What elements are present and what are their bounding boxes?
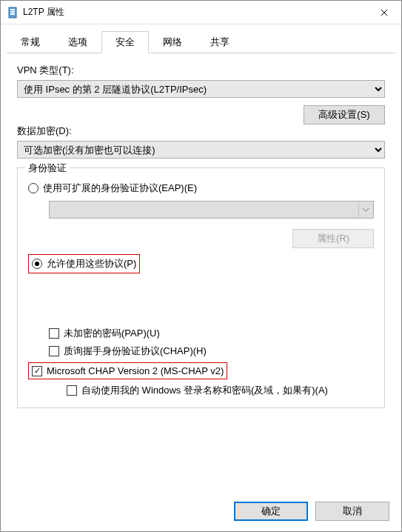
titlebar: L2TP 属性: [1, 1, 401, 24]
encryption-label: 数据加密(D):: [17, 124, 385, 138]
dialog-footer: 确定 取消: [1, 494, 401, 531]
vpn-type-field: VPN 类型(T): 使用 IPsec 的第 2 层隧道协议(L2TP/IPse…: [17, 64, 385, 98]
eap-subsection: 属性(R): [49, 201, 374, 248]
tab-security[interactable]: 安全: [101, 31, 149, 53]
eap-method-dropdown: [49, 201, 374, 219]
checkbox-icon: [67, 385, 77, 396]
checkbox-chap[interactable]: 质询握手身份验证协议(CHAP)(H): [49, 345, 374, 358]
encryption-dropdown[interactable]: 可选加密(没有加密也可以连接): [17, 141, 385, 159]
checkbox-icon: [32, 366, 42, 376]
ok-button[interactable]: 确定: [234, 502, 308, 521]
tab-network[interactable]: 网络: [149, 31, 196, 53]
tab-strip: 常规 选项 安全 网络 共享: [1, 24, 401, 53]
window-title: L2TP 属性: [23, 6, 64, 19]
cancel-button[interactable]: 取消: [315, 502, 389, 521]
close-button[interactable]: [367, 1, 401, 24]
checkbox-icon: [49, 328, 59, 339]
checkbox-icon: [49, 346, 59, 356]
vpn-type-label: VPN 类型(T):: [17, 64, 385, 77]
tab-panel-security: VPN 类型(T): 使用 IPsec 的第 2 层隧道协议(L2TP/IPse…: [1, 53, 401, 494]
checkbox-auto-logon[interactable]: 自动使用我的 Windows 登录名称和密码(及域，如果有)(A): [67, 384, 374, 397]
checkbox-mschap[interactable]: Microsoft CHAP Version 2 (MS-CHAP v2): [32, 365, 224, 376]
tab-options[interactable]: 选项: [54, 31, 101, 53]
svg-rect-2: [10, 11, 15, 13]
auth-legend: 身份验证: [25, 162, 70, 175]
radio-eap-label: 使用可扩展的身份验证协议(EAP)(E): [43, 182, 197, 195]
close-icon: [381, 9, 388, 16]
eap-properties-button: 属性(R): [292, 229, 374, 248]
pap-label: 未加密的密码(PAP)(U): [64, 327, 160, 340]
advanced-settings-button[interactable]: 高级设置(S): [304, 105, 385, 124]
radio-eap[interactable]: 使用可扩展的身份验证协议(EAP)(E): [28, 182, 374, 195]
chap-label: 质询握手身份验证协议(CHAP)(H): [64, 345, 207, 358]
radio-icon: [28, 183, 38, 193]
highlight-allow-protocols: 允许使用这些协议(P): [28, 254, 140, 273]
chevron-down-icon: [358, 202, 372, 217]
radio-allow-protocols[interactable]: 允许使用这些协议(P): [32, 257, 136, 270]
mschap-label: Microsoft CHAP Version 2 (MS-CHAP v2): [47, 365, 224, 376]
auth-groupbox: 身份验证 使用可扩展的身份验证协议(EAP)(E) 属性(R): [17, 167, 385, 408]
tab-sharing[interactable]: 共享: [196, 31, 244, 53]
radio-allow-label: 允许使用这些协议(P): [47, 257, 136, 270]
properties-dialog: L2TP 属性 常规 选项 安全 网络 共享 VPN 类型(T): 使用 IPs…: [0, 0, 402, 532]
svg-rect-1: [10, 9, 15, 10]
checkbox-pap[interactable]: 未加密的密码(PAP)(U): [49, 327, 374, 340]
vpn-type-dropdown[interactable]: 使用 IPsec 的第 2 层隧道协议(L2TP/IPsec): [17, 80, 385, 98]
tab-general[interactable]: 常规: [7, 31, 54, 53]
encryption-field: 数据加密(D): 可选加密(没有加密也可以连接): [17, 124, 385, 159]
highlight-mschap: Microsoft CHAP Version 2 (MS-CHAP v2): [28, 362, 227, 379]
auto-logon-label: 自动使用我的 Windows 登录名称和密码(及域，如果有)(A): [81, 384, 328, 397]
radio-icon: [32, 259, 42, 269]
app-icon: [7, 7, 19, 19]
svg-rect-3: [10, 13, 15, 15]
